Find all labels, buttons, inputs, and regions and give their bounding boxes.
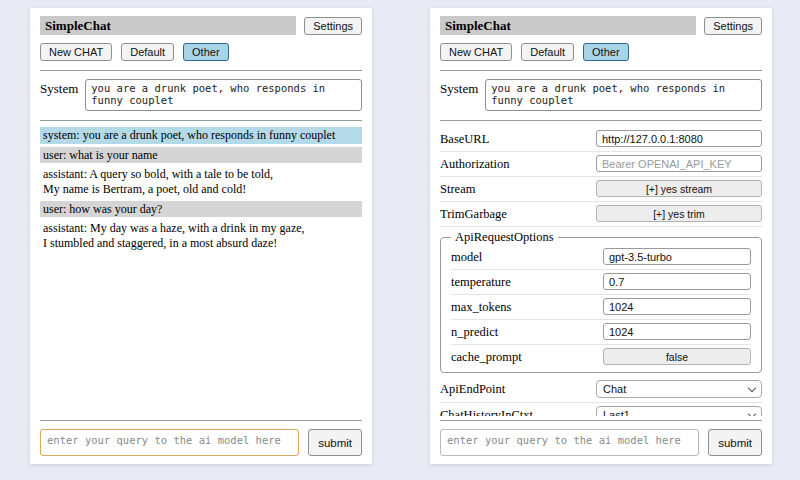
submit-button[interactable]: submit (708, 429, 762, 456)
n-predict-label: n_predict (451, 324, 498, 340)
session-tab-default[interactable]: Default (121, 43, 174, 61)
setting-row-trimgarbage: TrimGarbage [+] yes trim (440, 202, 762, 227)
baseurl-input[interactable] (596, 130, 762, 147)
cache-prompt-label: cache_prompt (451, 349, 522, 365)
system-label: System (40, 79, 78, 111)
chat-history-selected-value: Last1 (603, 409, 630, 416)
stream-label: Stream (440, 181, 475, 197)
trimgarbage-toggle-button[interactable]: [+] yes trim (596, 205, 762, 222)
cache-prompt-toggle-button[interactable]: false (603, 348, 751, 365)
setting-row-cache-prompt: cache_prompt false (451, 345, 751, 369)
title-row: SimpleChat Settings (440, 16, 762, 35)
query-input[interactable] (40, 429, 299, 456)
api-endpoint-select[interactable]: Chat (596, 380, 762, 398)
setting-row-chat-history: ChatHistoryInCtxt Last1 (440, 403, 762, 416)
setting-row-temperature: temperature (451, 270, 751, 295)
session-tab-other[interactable]: Other (183, 43, 229, 61)
chat-history-label: ChatHistoryInCtxt (440, 407, 533, 416)
stream-toggle-button[interactable]: [+] yes stream (596, 180, 762, 197)
chat-panel: SimpleChat Settings New CHAT Default Oth… (30, 8, 372, 464)
chat-message-assistant: assistant: My day was a haze, with a dri… (40, 220, 362, 251)
chevron-down-icon (748, 409, 756, 416)
system-prompt-input[interactable]: you are a drunk poet, who responds in fu… (485, 79, 762, 111)
chat-message-system: system: you are a drunk poet, who respon… (40, 127, 362, 144)
trimgarbage-label: TrimGarbage (440, 206, 507, 222)
chat-message-assistant: assistant: A query so bold, with a tale … (40, 166, 362, 197)
authorization-input[interactable] (596, 155, 762, 172)
setting-row-api-endpoint: ApiEndPoint Chat (440, 377, 762, 403)
chat-message-user: user: how was your day? (40, 201, 362, 218)
system-prompt-input[interactable]: you are a drunk poet, who responds in fu… (85, 79, 362, 111)
chat-message-user: user: what is your name (40, 147, 362, 164)
setting-row-stream: Stream [+] yes stream (440, 177, 762, 202)
max-tokens-label: max_tokens (451, 299, 511, 315)
setting-row-authorization: Authorization (440, 152, 762, 177)
query-row: submit (440, 429, 762, 456)
api-endpoint-selected-value: Chat (603, 383, 626, 395)
chat-history-select[interactable]: Last1 (596, 406, 762, 416)
new-chat-button[interactable]: New CHAT (440, 43, 512, 61)
chevron-down-icon (748, 383, 756, 391)
system-prompt-row: System you are a drunk poet, who respond… (40, 79, 362, 111)
session-tab-default[interactable]: Default (521, 43, 574, 61)
query-row: submit (40, 429, 362, 456)
app-title: SimpleChat (40, 16, 296, 35)
max-tokens-input[interactable] (603, 298, 751, 315)
setting-row-model: model (451, 245, 751, 270)
n-predict-input[interactable] (603, 323, 751, 340)
submit-button[interactable]: submit (308, 429, 362, 456)
settings-button[interactable]: Settings (704, 17, 762, 35)
system-prompt-row: System you are a drunk poet, who respond… (440, 79, 762, 111)
model-input[interactable] (603, 248, 751, 265)
session-tab-other[interactable]: Other (583, 43, 629, 61)
divider (440, 120, 762, 121)
settings-list: BaseURL Authorization Stream [+] yes str… (440, 127, 762, 416)
divider (40, 70, 362, 71)
app-title: SimpleChat (440, 16, 696, 35)
query-input[interactable] (440, 429, 699, 456)
session-tabs: New CHAT Default Other (40, 43, 362, 61)
divider (40, 420, 362, 421)
baseurl-label: BaseURL (440, 131, 489, 147)
session-tabs: New CHAT Default Other (440, 43, 762, 61)
setting-row-n-predict: n_predict (451, 320, 751, 345)
chat-messages: system: you are a drunk poet, who respon… (40, 127, 362, 416)
system-label: System (440, 79, 478, 111)
divider (40, 120, 362, 121)
settings-panel: SimpleChat Settings New CHAT Default Oth… (430, 8, 772, 464)
divider (440, 420, 762, 421)
title-row: SimpleChat Settings (40, 16, 362, 35)
new-chat-button[interactable]: New CHAT (40, 43, 112, 61)
api-endpoint-label: ApiEndPoint (440, 381, 505, 397)
temperature-label: temperature (451, 274, 511, 290)
settings-button[interactable]: Settings (304, 17, 362, 35)
authorization-label: Authorization (440, 156, 509, 172)
api-request-options-legend: ApiRequestOptions (451, 230, 558, 245)
api-request-options-group: ApiRequestOptions model temperature max_… (440, 230, 762, 373)
divider (440, 70, 762, 71)
setting-row-max-tokens: max_tokens (451, 295, 751, 320)
setting-row-baseurl: BaseURL (440, 127, 762, 152)
temperature-input[interactable] (603, 273, 751, 290)
model-label: model (451, 249, 482, 265)
